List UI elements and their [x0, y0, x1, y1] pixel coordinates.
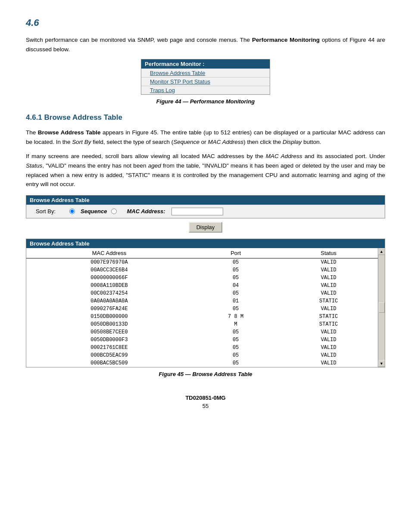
footer-doc-id: TD020851-0MG	[26, 395, 385, 401]
radio-sequence[interactable]	[69, 208, 75, 214]
cell-port: 05	[192, 344, 280, 352]
table-row: 0050DB0000F305VALID	[26, 336, 378, 344]
cell-status: VALID	[279, 266, 378, 274]
section-title: 4.6	[26, 17, 385, 28]
cell-port: 05	[192, 258, 280, 266]
cell-status: VALID	[279, 328, 378, 336]
cell-port: 05	[192, 352, 280, 359]
cell-status: VALID	[279, 344, 378, 352]
cell-port: 05	[192, 336, 280, 344]
menu-item-browse-address[interactable]: Browse Address Table	[141, 68, 270, 77]
sort-by-options: Sequence MAC Address:	[69, 208, 223, 215]
cell-mac: 0050DB00133D	[26, 320, 192, 328]
cell-status: VALID	[279, 274, 378, 282]
col-port: Port	[192, 248, 280, 258]
performance-monitor-header: Performance Monitor :	[141, 59, 270, 68]
scrollbar-thumb[interactable]	[379, 302, 385, 313]
menu-item-monitor-stp[interactable]: Monitor STP Port Status	[141, 77, 270, 86]
cell-port: 7 8 M	[192, 313, 280, 320]
subsection-body2: If many screens are needed, scroll bars …	[26, 152, 385, 189]
menu-item-traps-log[interactable]: Traps Log	[141, 86, 270, 94]
table-row: 0A0A0A0A0A0A01STATIC	[26, 297, 378, 305]
cell-status: VALID	[279, 258, 378, 266]
performance-monitor-menu: Performance Monitor : Browse Address Tab…	[141, 59, 270, 95]
scrollbar-up-button[interactable]: ▲	[378, 248, 385, 255]
cell-mac: 000BCD5EAC99	[26, 352, 192, 359]
cell-mac: 00000000066F	[26, 274, 192, 282]
cell-status: VALID	[279, 359, 378, 367]
cell-port: 01	[192, 297, 280, 305]
cell-status: VALID	[279, 282, 378, 289]
cell-mac: 0150DB000000	[26, 313, 192, 320]
cell-mac: 000BAC5BC509	[26, 359, 192, 367]
cell-status: VALID	[279, 305, 378, 313]
display-button-row: Display	[26, 222, 385, 233]
cell-mac: 00C002374254	[26, 289, 192, 297]
cell-port: 05	[192, 266, 280, 274]
cell-mac: 0050DB0000F3	[26, 336, 192, 344]
col-status: Status	[279, 248, 378, 258]
cell-status: STATIC	[279, 313, 378, 320]
table-row: 00A0CC3CE6B405VALID	[26, 266, 378, 274]
scrollbar-down-button[interactable]: ▼	[378, 360, 385, 367]
sequence-label: Sequence	[81, 208, 107, 215]
table-header-row: MAC Address Port Status	[26, 248, 378, 258]
cell-mac: 00508BE7CEE0	[26, 328, 192, 336]
cell-status: VALID	[279, 352, 378, 359]
cell-status: VALID	[279, 336, 378, 344]
bat-table: MAC Address Port Status 0007E976970A05VA…	[26, 248, 378, 367]
cell-mac: 0090276FA24E	[26, 305, 192, 313]
cell-mac: 00A0CC3CE6B4	[26, 266, 192, 274]
cell-mac: 00021761C8EE	[26, 344, 192, 352]
table-row: 000BAC5BC50905VALID	[26, 359, 378, 367]
table-row: 00C00237425405VALID	[26, 289, 378, 297]
table-row: 0090276FA24E05VALID	[26, 305, 378, 313]
bat-header: Browse Address Table	[26, 239, 385, 248]
browse-form-header: Browse Address Table	[26, 196, 385, 205]
col-mac-address: MAC Address	[26, 248, 192, 258]
sort-by-label: Sort By:	[31, 208, 61, 215]
cell-port: 05	[192, 289, 280, 297]
table-row: 0007E976970A05VALID	[26, 258, 378, 266]
table-row: 0050DB00133DMSTATIC	[26, 320, 378, 328]
cell-mac: 0A0A0A0A0A0A	[26, 297, 192, 305]
cell-port: 05	[192, 305, 280, 313]
subsection-title: 4.6.1 Browse Address Table	[26, 113, 385, 122]
browse-form-box: Browse Address Table Sort By: Sequence M…	[26, 195, 385, 218]
cell-status: STATIC	[279, 320, 378, 328]
footer-page: 55	[26, 403, 385, 409]
cell-status: VALID	[279, 289, 378, 297]
bat-table-wrapper: MAC Address Port Status 0007E976970A05VA…	[26, 248, 385, 367]
table-row: 0008A110BDEB04VALID	[26, 282, 378, 289]
figure45-caption: Figure 45 — Browse Address Table	[26, 371, 385, 377]
cell-port: 04	[192, 282, 280, 289]
mac-address-input[interactable]	[171, 208, 223, 215]
table-row: 000BCD5EAC9905VALID	[26, 352, 378, 359]
figure44-caption: Figure 44 — Performance Monitoring	[26, 98, 385, 105]
cell-port: 05	[192, 359, 280, 367]
table-row: 00508BE7CEE005VALID	[26, 328, 378, 336]
radio-mac[interactable]	[111, 208, 117, 214]
bat-tbody: 0007E976970A05VALID00A0CC3CE6B405VALID00…	[26, 258, 378, 367]
cell-status: STATIC	[279, 297, 378, 305]
section-body1: Switch performance can be monitored via …	[26, 35, 385, 54]
cell-mac: 0008A110BDEB	[26, 282, 192, 289]
subsection-body1: The Browse Address Table appears in Figu…	[26, 128, 385, 146]
scrollbar[interactable]: ▲ ▼	[378, 248, 385, 367]
browse-form-row: Sort By: Sequence MAC Address:	[26, 205, 385, 218]
cell-port: 05	[192, 274, 280, 282]
cell-port: M	[192, 320, 280, 328]
table-row: 00021761C8EE05VALID	[26, 344, 378, 352]
display-button[interactable]: Display	[189, 222, 223, 233]
browse-address-table-box: Browse Address Table MAC Address Port St…	[26, 239, 385, 367]
table-row: 0150DB0000007 8 MSTATIC	[26, 313, 378, 320]
cell-port: 05	[192, 328, 280, 336]
mac-address-label: MAC Address:	[127, 208, 165, 215]
cell-mac: 0007E976970A	[26, 258, 192, 266]
table-row: 00000000066F05VALID	[26, 274, 378, 282]
